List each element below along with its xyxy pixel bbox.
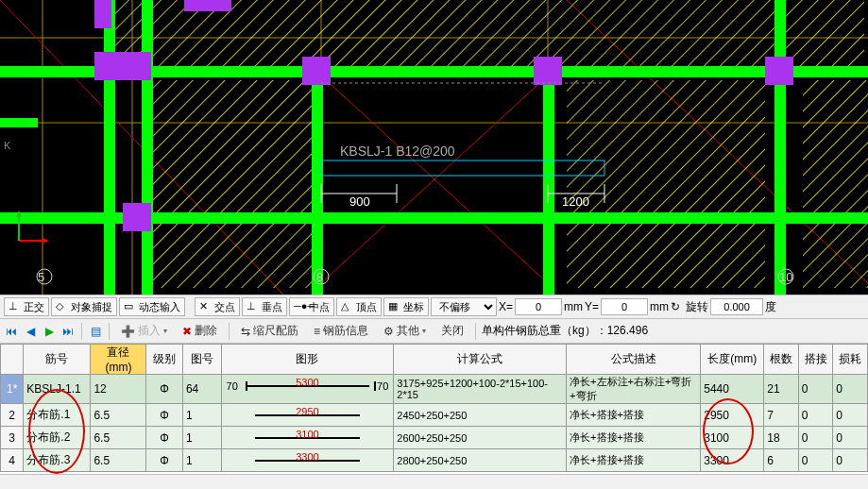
cell-count[interactable]: 21 (764, 375, 799, 404)
ortho-toggle[interactable]: ⊥正交 (4, 297, 49, 316)
hdr-rownum[interactable] (1, 345, 24, 375)
cell-desc[interactable]: 净长+搭接+搭接 (567, 427, 701, 449)
cad-drawing: 900 1200 KBSLJ-1 B12@200 5 8 10 K (0, 0, 868, 295)
row-num[interactable]: 1* (1, 375, 24, 404)
rebarinfo-button[interactable]: ≡钢筋信息 (308, 322, 374, 341)
cell-loss[interactable]: 0 (833, 427, 868, 449)
cell-desc[interactable]: 净长+左标注+右标注+弯折+弯折 (567, 375, 701, 404)
cell-loss[interactable]: 0 (833, 449, 868, 472)
cell-jb[interactable]: Φ (146, 404, 183, 427)
cell-lap[interactable]: 0 (798, 404, 833, 427)
perp-icon: ⊥ (247, 300, 260, 313)
mid-icon: ─●─ (294, 300, 307, 313)
x-value[interactable]: 0 (515, 298, 562, 315)
other-icon: ⚙ (383, 325, 394, 338)
cell-desc[interactable]: 净长+搭接+搭接 (567, 404, 701, 427)
cell-zj[interactable]: 6.5 (91, 404, 146, 427)
svg-rect-14 (151, 80, 312, 288)
hdr-jh[interactable]: 筋号 (24, 345, 91, 375)
nav-prev[interactable]: ◀ (23, 324, 38, 339)
svg-rect-18 (142, 0, 153, 295)
offset-select[interactable]: 不偏移 (431, 297, 497, 316)
cell-graph[interactable]: 3100 (221, 427, 394, 449)
cell-formula[interactable]: 2450+250+250 (394, 404, 567, 427)
hdr-zj[interactable]: 直径(mm) (91, 345, 146, 375)
cell-graph[interactable]: 70530070 (221, 375, 394, 404)
cell-jb[interactable]: Φ (146, 375, 183, 404)
nav-last[interactable]: ⏭ (60, 324, 76, 339)
cell-jb[interactable]: Φ (146, 427, 183, 449)
hdr-ms[interactable]: 公式描述 (567, 345, 701, 375)
svg-rect-22 (0, 66, 104, 77)
annotation-circle-2 (703, 398, 754, 464)
cell-lap[interactable]: 0 (798, 427, 833, 449)
dyninput-toggle[interactable]: ▭动态输入 (119, 297, 185, 316)
hdr-sh[interactable]: 损耗 (833, 345, 868, 375)
cell-count[interactable]: 6 (764, 449, 799, 472)
close-button[interactable]: 关闭 (435, 322, 469, 341)
svg-rect-23 (104, 66, 868, 77)
hdr-tx[interactable]: 图形 (221, 345, 394, 375)
delete-button[interactable]: ✖删除 (177, 322, 223, 341)
nav-first[interactable]: ⏮ (4, 324, 19, 339)
osnap-toggle[interactable]: ◇对象捕捉 (51, 297, 117, 316)
cell-th[interactable]: 64 (182, 375, 221, 404)
row-num[interactable]: 2 (1, 404, 24, 427)
row-num[interactable]: 3 (1, 427, 24, 449)
cell-loss[interactable]: 0 (833, 404, 868, 427)
rebar-toolbar: ⏮ ◀ ▶ ⏭ ▤ ➕插入▾ ✖删除 ⇆缩尺配筋 ≡钢筋信息 ⚙其他▾ 关闭 单… (0, 319, 868, 344)
cell-th[interactable]: 1 (182, 427, 221, 449)
cell-th[interactable]: 1 (182, 449, 221, 472)
nav-next[interactable]: ▶ (42, 324, 57, 339)
cell-formula[interactable]: 2800+250+250 (394, 449, 567, 472)
dyn-icon: ▭ (124, 300, 137, 313)
snap-mid[interactable]: ─●─中点 (289, 297, 334, 316)
cell-count[interactable]: 18 (764, 427, 799, 449)
cell-jb[interactable]: Φ (146, 449, 183, 472)
hdr-gs[interactable]: 计算公式 (394, 345, 567, 375)
rotate-icon: ↻ (671, 300, 684, 313)
cell-graph[interactable]: 2950 (221, 404, 394, 427)
info-icon: ≡ (314, 325, 320, 338)
snap-vertex[interactable]: △顶点 (336, 297, 382, 316)
cell-zj[interactable]: 6.5 (91, 449, 146, 472)
cell-graph[interactable]: 3300 (221, 449, 394, 472)
snap-perp[interactable]: ⊥垂点 (242, 297, 287, 316)
deg-label: 度 (765, 299, 776, 315)
hdr-gs2[interactable]: 根数 (764, 345, 799, 375)
vertex-icon: △ (341, 300, 354, 313)
cad-viewport[interactable]: 900 1200 KBSLJ-1 B12@200 5 8 10 K (0, 0, 868, 295)
cross-icon: ✕ (199, 300, 213, 313)
cell-lap[interactable]: 0 (798, 449, 833, 472)
other-button[interactable]: ⚙其他▾ (378, 322, 432, 341)
cell-zj[interactable]: 6.5 (91, 427, 146, 449)
y-value[interactable]: 0 (601, 298, 648, 315)
mm-label2: mm (650, 300, 669, 313)
x-label: X= (499, 300, 513, 313)
dim-left: 900 (349, 194, 370, 209)
weight-label: 单构件钢筋总重（kg）：126.496 (482, 323, 648, 339)
hdr-cd[interactable]: 长度(mm) (701, 345, 764, 375)
svg-rect-17 (104, 0, 115, 295)
cell-formula[interactable]: 2600+250+250 (394, 427, 567, 449)
snap-intersect[interactable]: ✕交点 (195, 297, 240, 316)
shrink-button[interactable]: ⇆缩尺配筋 (235, 322, 304, 341)
filter-button[interactable]: ▤ (88, 324, 103, 339)
table-row[interactable]: 1*KBSLJ-1.112Φ64705300703175+925+1200+10… (1, 375, 868, 404)
cell-th[interactable]: 1 (182, 404, 221, 427)
hscrollbar[interactable] (0, 474, 868, 489)
hdr-jb[interactable]: 级别 (146, 345, 183, 375)
cell-loss[interactable]: 0 (833, 375, 868, 404)
cell-desc[interactable]: 净长+搭接+搭接 (567, 449, 701, 472)
insert-button[interactable]: ➕插入▾ (115, 322, 173, 341)
snap-coord[interactable]: ▦坐标 (383, 297, 429, 316)
cell-zj[interactable]: 12 (91, 375, 146, 404)
cell-lap[interactable]: 0 (798, 375, 833, 404)
hdr-dj[interactable]: 搭接 (798, 345, 833, 375)
row-num[interactable]: 4 (1, 449, 24, 472)
rotate-value[interactable]: 0.000 (710, 298, 763, 315)
coord-icon: ▦ (388, 300, 401, 313)
hdr-th[interactable]: 图号 (182, 345, 221, 375)
cell-formula[interactable]: 3175+925+1200+100-2*15+100-2*15 (394, 375, 567, 404)
cell-count[interactable]: 7 (764, 404, 799, 427)
